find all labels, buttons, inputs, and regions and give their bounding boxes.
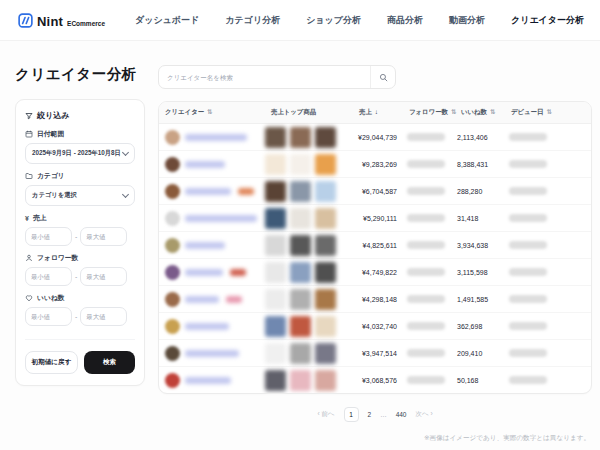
likes-label: いいね数	[37, 293, 65, 303]
product-thumbnail[interactable]	[265, 181, 286, 202]
nav-item-dashboard[interactable]: ダッシュボード	[135, 14, 199, 27]
range-dash: -	[75, 233, 77, 240]
product-thumbnail[interactable]	[315, 208, 336, 229]
product-thumbnail[interactable]	[265, 370, 286, 391]
product-thumbnail[interactable]	[290, 235, 311, 256]
creator-cell[interactable]	[159, 265, 265, 280]
debut-cell	[505, 160, 591, 168]
sales-min-input[interactable]	[25, 227, 72, 246]
column-header-sales[interactable]: 売上↓	[353, 108, 403, 117]
product-thumbnail[interactable]	[315, 127, 336, 148]
creator-cell[interactable]	[159, 238, 265, 253]
product-thumbnail[interactable]	[265, 235, 286, 256]
product-thumbnail[interactable]	[290, 262, 311, 283]
table-row: ¥3,068,57650,168	[159, 367, 591, 393]
column-header-debut[interactable]: デビュー日⇅	[505, 108, 591, 117]
product-thumbnail[interactable]	[315, 316, 336, 337]
product-thumbnail[interactable]	[315, 181, 336, 202]
column-header-creator[interactable]: クリエイター⇅	[159, 108, 265, 117]
column-header-top-products[interactable]: 売上トップ商品	[265, 108, 353, 117]
column-label-debut: デビュー日	[511, 108, 543, 117]
product-thumbnail[interactable]	[265, 343, 286, 364]
pagination-page-440[interactable]: 440	[396, 411, 407, 418]
followers-cell	[403, 376, 455, 384]
nav-item-video-analysis[interactable]: 動画分析	[449, 14, 485, 27]
product-thumbnail[interactable]	[265, 154, 286, 175]
product-thumbnail[interactable]	[315, 289, 336, 310]
product-thumbnail[interactable]	[315, 235, 336, 256]
filter-title-row: 絞り込み	[25, 110, 135, 121]
creator-cell[interactable]	[159, 211, 265, 226]
sales-max-input[interactable]	[80, 227, 127, 246]
followers-value-blurred	[407, 376, 445, 384]
product-thumbnail[interactable]	[265, 289, 286, 310]
likes-value: 1,491,585	[455, 296, 505, 303]
top-products-cell	[265, 370, 353, 391]
creator-cell[interactable]	[159, 319, 265, 334]
creator-search-input[interactable]	[159, 74, 370, 81]
column-header-followers[interactable]: フォロワー数⇅	[403, 108, 455, 117]
table-header-row: クリエイター⇅売上トップ商品売上↓フォロワー数⇅いいね数⇅デビュー日⇅	[159, 102, 591, 124]
left-column: クリエイター分析 絞り込み 日付範囲 2025年9月9日 - 2025年10月8…	[15, 41, 145, 386]
product-thumbnail[interactable]	[290, 208, 311, 229]
creator-cell[interactable]	[159, 184, 265, 199]
creator-cell[interactable]	[159, 292, 265, 307]
followers-cell	[403, 268, 455, 276]
creator-name-blurred	[185, 323, 229, 330]
product-thumbnail[interactable]	[290, 343, 311, 364]
folder-icon	[25, 172, 33, 180]
table-body: ¥29,044,7392,113,406¥9,283,2698,388,431¥…	[159, 124, 591, 393]
top-products-cell	[265, 289, 353, 310]
likes-min-input[interactable]	[25, 307, 72, 326]
product-thumbnail[interactable]	[290, 127, 311, 148]
nav-item-shop-analysis[interactable]: ショップ分析	[306, 14, 361, 27]
top-products-cell	[265, 208, 353, 229]
followers-min-input[interactable]	[25, 267, 72, 286]
creator-cell[interactable]	[159, 130, 265, 145]
creator-cell[interactable]	[159, 346, 265, 361]
nav-item-creator-analysis[interactable]: クリエイター分析	[511, 14, 584, 27]
product-thumbnail[interactable]	[265, 316, 286, 337]
product-thumbnail[interactable]	[315, 370, 336, 391]
likes-range: -	[25, 307, 135, 326]
date-range-select[interactable]: 2025年9月9日 - 2025年10月8日	[25, 143, 135, 164]
column-header-likes[interactable]: いいね数⇅	[455, 108, 505, 117]
search-icon[interactable]	[370, 66, 395, 88]
reset-button[interactable]: 初期値に戻す	[25, 351, 78, 374]
followers-cell	[403, 187, 455, 195]
product-thumbnail[interactable]	[290, 154, 311, 175]
sales-value: ¥29,044,739	[353, 134, 403, 141]
pagination-page-1[interactable]: 1	[344, 407, 359, 422]
pagination-page-2[interactable]: 2	[368, 411, 372, 418]
page-title: クリエイター分析	[15, 65, 145, 84]
product-thumbnail[interactable]	[315, 262, 336, 283]
product-thumbnail[interactable]	[290, 181, 311, 202]
filter-search-button[interactable]: 検索	[84, 351, 135, 374]
followers-max-input[interactable]	[80, 267, 127, 286]
product-thumbnail[interactable]	[265, 127, 286, 148]
product-thumbnail[interactable]	[290, 370, 311, 391]
pagination-prev[interactable]: ‹ 前へ	[317, 410, 334, 419]
creator-cell[interactable]	[159, 373, 265, 388]
top-nav: Nint ECommerce ダッシュボードカテゴリ分析ショップ分析商品分析動画…	[0, 0, 600, 41]
top-products-cell	[265, 316, 353, 337]
nint-logo-icon	[18, 13, 33, 28]
creator-name-blurred	[185, 350, 239, 357]
table-row: ¥29,044,7392,113,406	[159, 124, 591, 151]
creator-avatar	[165, 319, 180, 334]
creator-cell[interactable]	[159, 157, 265, 172]
product-thumbnail[interactable]	[265, 208, 286, 229]
sales-value: ¥4,749,822	[353, 269, 403, 276]
nav-item-product-analysis[interactable]: 商品分析	[387, 14, 423, 27]
likes-value: 288,280	[455, 188, 505, 195]
nav-item-category-analysis[interactable]: カテゴリ分析	[225, 14, 280, 27]
product-thumbnail[interactable]	[315, 154, 336, 175]
pagination-next[interactable]: 次へ ›	[415, 410, 432, 419]
likes-max-input[interactable]	[80, 307, 127, 326]
category-select[interactable]: カテゴリを選択	[25, 185, 135, 206]
brand-logo[interactable]: Nint ECommerce	[18, 11, 105, 29]
product-thumbnail[interactable]	[265, 262, 286, 283]
product-thumbnail[interactable]	[315, 343, 336, 364]
product-thumbnail[interactable]	[290, 289, 311, 310]
product-thumbnail[interactable]	[290, 316, 311, 337]
